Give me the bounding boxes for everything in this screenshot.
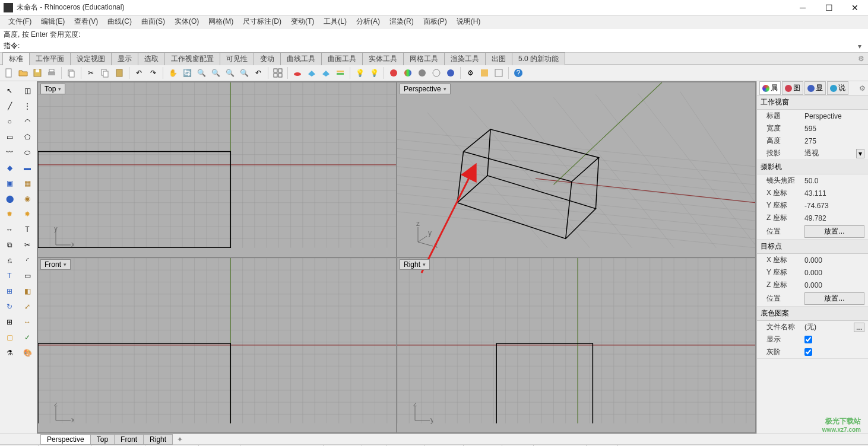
print-icon[interactable]: [45, 66, 58, 79]
undo-icon[interactable]: ↶: [132, 66, 145, 79]
command-input[interactable]: [22, 42, 855, 50]
target-place-button[interactable]: 放置...: [804, 292, 864, 305]
camera-z-value[interactable]: 49.782: [804, 214, 864, 222]
viewport-top-label[interactable]: Top▾: [40, 84, 65, 94]
ghosted-icon[interactable]: [444, 66, 457, 79]
target-z-value[interactable]: 0.000: [804, 281, 864, 289]
rectangle-tool-icon[interactable]: ▭: [2, 130, 17, 144]
cut-icon[interactable]: ✂: [84, 66, 97, 79]
prop-height-value[interactable]: 275: [804, 137, 864, 145]
cylinder-tool-icon[interactable]: ⬤: [2, 192, 17, 206]
chevron-down-icon[interactable]: ▾: [443, 86, 446, 92]
show-icon[interactable]: 💡: [368, 66, 381, 79]
viewport-top[interactable]: Top▾ xy: [38, 82, 396, 257]
open-file-icon[interactable]: [17, 66, 30, 79]
tab-display[interactable]: 显示: [111, 52, 138, 65]
set-cplane-icon[interactable]: [305, 66, 318, 79]
analyze-tool-icon[interactable]: ⚗: [2, 346, 17, 360]
prop-projection-value[interactable]: 透视: [804, 148, 856, 158]
paste-icon[interactable]: [113, 66, 126, 79]
menu-solid[interactable]: 实体(O): [170, 17, 204, 27]
toolbar-options-icon[interactable]: ⚙: [858, 55, 864, 63]
tab-drafting[interactable]: 出图: [485, 52, 512, 65]
camera-y-value[interactable]: -74.673: [804, 202, 864, 210]
prop-width-value[interactable]: 595: [804, 125, 864, 133]
target-x-value[interactable]: 0.000: [804, 256, 864, 265]
tab-newv5[interactable]: 5.0 的新功能: [512, 52, 565, 65]
fillet-tool-icon[interactable]: ◜: [20, 253, 35, 267]
tab-standard[interactable]: 标准: [2, 52, 30, 65]
layers-icon[interactable]: [334, 66, 347, 79]
viewport-perspective-label[interactable]: Perspective▾: [400, 84, 451, 94]
chevron-down-icon[interactable]: ▾: [423, 262, 426, 267]
surface-tool-icon[interactable]: ◆: [2, 161, 17, 175]
ellipse-tool-icon[interactable]: ⬭: [20, 145, 35, 160]
panel-tab-help[interactable]: 说: [827, 81, 848, 95]
gear-tool-icon[interactable]: ✹: [2, 207, 17, 221]
tab-solid-tools[interactable]: 实体工具: [362, 52, 404, 65]
view-tab-front[interactable]: Front: [114, 434, 144, 445]
circle-tool-icon[interactable]: ○: [2, 114, 17, 129]
viewport-front-label[interactable]: Front▾: [40, 259, 71, 270]
arc-tool-icon[interactable]: ◠: [20, 114, 35, 129]
tab-render-tools[interactable]: 渲染工具: [444, 52, 486, 65]
options-icon[interactable]: ⚙: [464, 66, 477, 79]
copy-icon[interactable]: [99, 66, 112, 79]
polyline-tool-icon[interactable]: ╱: [2, 99, 17, 113]
command-expand-icon[interactable]: ▾: [855, 42, 864, 50]
render-tool-icon[interactable]: 🎨: [20, 346, 35, 360]
zoom-dynamic-icon[interactable]: 🔍: [195, 66, 208, 79]
menu-render[interactable]: 渲染(R): [385, 17, 419, 27]
rotate-tool-icon[interactable]: ↻: [2, 300, 17, 314]
maximize-button[interactable]: ☐: [816, 0, 842, 15]
lasso-tool-icon[interactable]: ◫: [20, 84, 35, 98]
box-tool-icon[interactable]: ▣: [2, 176, 17, 190]
wireframe-icon[interactable]: [430, 66, 443, 79]
projection-dropdown-icon[interactable]: ▾: [856, 149, 864, 158]
help-icon[interactable]: ?: [512, 66, 525, 79]
minimize-button[interactable]: ─: [790, 0, 816, 15]
new-file-icon[interactable]: [2, 66, 15, 79]
pointer-tool-icon[interactable]: ↖: [2, 84, 17, 98]
rotate-view-icon[interactable]: 🔄: [180, 66, 194, 79]
menu-panels[interactable]: 面板(P): [419, 17, 452, 27]
object-properties-icon[interactable]: [492, 66, 505, 79]
viewport-right[interactable]: Right▾ yz: [397, 258, 755, 432]
sphere-tool-icon[interactable]: ◉: [20, 192, 35, 206]
menu-surface[interactable]: 曲面(S): [137, 17, 170, 27]
move-tool-icon[interactable]: ↔: [2, 222, 17, 237]
tab-transform[interactable]: 变动: [254, 52, 281, 65]
four-viewport-icon[interactable]: [271, 66, 284, 79]
menu-view[interactable]: 查看(V): [69, 17, 103, 27]
split-tool-icon[interactable]: ✂: [20, 238, 35, 252]
close-button[interactable]: ✕: [842, 0, 868, 15]
mesh-tool-icon[interactable]: ▦: [20, 176, 35, 190]
wallpaper-show-checkbox[interactable]: [804, 336, 812, 343]
target-y-value[interactable]: 0.000: [804, 269, 864, 277]
cplane-icon[interactable]: [291, 66, 304, 79]
properties-icon[interactable]: [478, 66, 491, 79]
polygon-tool-icon[interactable]: ⬠: [20, 130, 35, 144]
camera-place-button[interactable]: 放置...: [804, 225, 864, 238]
dim-tool-icon[interactable]: ↔: [20, 315, 35, 329]
zoom-extents-icon[interactable]: 🔍: [223, 66, 236, 79]
prop-title-value[interactable]: Perspective: [804, 112, 864, 120]
panel-tab-properties[interactable]: 属: [759, 81, 781, 95]
render-preview-icon[interactable]: [401, 66, 414, 79]
named-view-icon[interactable]: [319, 66, 332, 79]
tab-surface-tools[interactable]: 曲面工具: [321, 52, 363, 65]
menu-dimension[interactable]: 尺寸标注(D): [238, 17, 286, 27]
tab-cplane[interactable]: 工作平面: [29, 52, 71, 65]
mirror-tool-icon[interactable]: ◧: [20, 284, 35, 298]
join-tool-icon[interactable]: ⧉: [2, 238, 17, 252]
menu-analyze[interactable]: 分析(A): [351, 17, 385, 27]
wallpaper-grayscale-checkbox[interactable]: [804, 348, 812, 356]
view-tab-right[interactable]: Right: [143, 434, 173, 445]
render-icon[interactable]: [387, 66, 400, 79]
curve-tool-icon[interactable]: 〰: [2, 145, 17, 160]
menu-edit[interactable]: 编辑(E): [36, 17, 69, 27]
redo-icon[interactable]: ↷: [147, 66, 160, 79]
panel-gear-icon[interactable]: ⚙: [859, 84, 866, 93]
scale-tool-icon[interactable]: ⤢: [20, 300, 35, 314]
block-tool-icon[interactable]: ▢: [2, 330, 17, 345]
